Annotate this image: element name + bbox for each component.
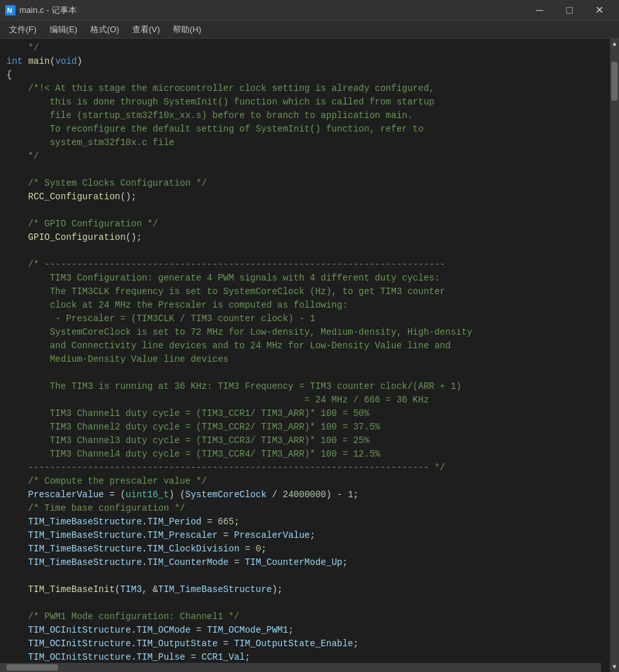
code-area: */ int main(void) { /*!< At this stage t… [6,39,610,672]
minimize-button[interactable]: ─ [525,0,555,21]
maximize-button[interactable]: □ [555,0,584,21]
scroll-down-arrow[interactable]: ▼ [610,662,619,672]
editor-container: */ int main(void) { /*!< At this stage t… [0,39,619,672]
vertical-scrollbar-thumb[interactable] [611,62,618,101]
menu-file[interactable]: 文件(F) [3,21,43,38]
svg-text:N: N [7,6,12,14]
menu-bar: 文件(F) 编辑(E) 格式(O) 查看(V) 帮助(H) [0,21,619,39]
title-bar: N main.c - 记事本 ─ □ ✕ [0,0,619,21]
vertical-scrollbar[interactable]: ▲ ▼ [610,39,619,672]
horizontal-scrollbar[interactable] [0,663,601,672]
horizontal-scrollbar-thumb[interactable] [6,664,58,671]
menu-format[interactable]: 格式(O) [84,21,126,38]
scroll-up-arrow[interactable]: ▲ [610,39,619,49]
menu-edit[interactable]: 编辑(E) [43,21,84,38]
title-bar-left: N main.c - 记事本 [5,5,77,16]
window-title: main.c - 记事本 [19,5,77,16]
window-controls: ─ □ ✕ [525,0,614,21]
app-icon: N [5,5,15,15]
menu-view[interactable]: 查看(V) [126,21,166,38]
close-button[interactable]: ✕ [584,0,614,21]
menu-help[interactable]: 帮助(H) [166,21,208,38]
editor-content[interactable]: */ int main(void) { /*!< At this stage t… [0,39,610,672]
